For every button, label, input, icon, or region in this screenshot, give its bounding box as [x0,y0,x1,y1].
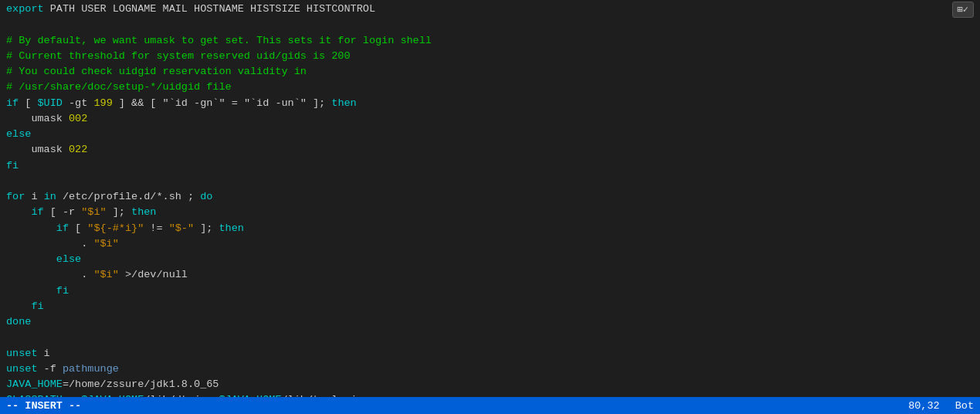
code-line: unset i [6,346,974,361]
code-line: # By default, we want umask to get set. … [6,33,974,49]
code-line: # Current threshold for system reserved … [6,49,974,64]
code-line [6,330,974,345]
top-widget-icon: ⊞✓ [958,5,968,15]
code-line: fi [6,158,974,174]
code-line: if [ $UID -gt 199 ] && [ "`id -gn`" = "`… [6,96,974,111]
code-line: for i in /etc/profile.d/*.sh ; do [6,189,974,205]
editor-area[interactable]: ⊞✓ export PATH USER LOGNAME MAIL HOSTNAM… [0,0,980,397]
code-line: if [ -r "$i" ]; then [6,205,974,220]
code-line: . "$i" [6,236,974,252]
code-line [6,17,974,32]
code-line: fi [6,283,974,299]
code-line: umask 002 [6,111,974,127]
code-container: export PATH USER LOGNAME MAIL HOSTNAME H… [6,2,974,397]
code-line: JAVA_HOME=/home/zssure/jdk1.8.0_65 [6,377,974,392]
code-line: done [6,314,974,330]
cursor-position: 80,32 [908,400,940,412]
code-line: umask 022 [6,142,974,158]
code-line: unset -f pathmunge [6,361,974,377]
code-line: else [6,127,974,142]
scroll-position: Bot [955,400,974,412]
code-line: # /usr/share/doc/setup-*/uidgid file [6,80,974,95]
code-line: else [6,252,974,267]
code-line: CLASSPATH=.:$JAVA_HOME/lib/dt.jar:$JAVA_… [6,392,974,397]
code-line: # You could check uidgid reservation val… [6,64,974,80]
code-line: if [ "${-#*i}" != "$-" ]; then [6,221,974,236]
code-line: export PATH USER LOGNAME MAIL HOSTNAME H… [6,2,974,17]
code-line: fi [6,299,974,314]
status-right: 80,32 Bot [908,400,974,412]
insert-mode-label: -- INSERT -- [6,400,81,412]
status-bar: -- INSERT -- 80,32 Bot [0,397,980,414]
top-widget: ⊞✓ [952,2,974,18]
code-line [6,174,974,189]
code-line: . "$i" >/dev/null [6,267,974,283]
